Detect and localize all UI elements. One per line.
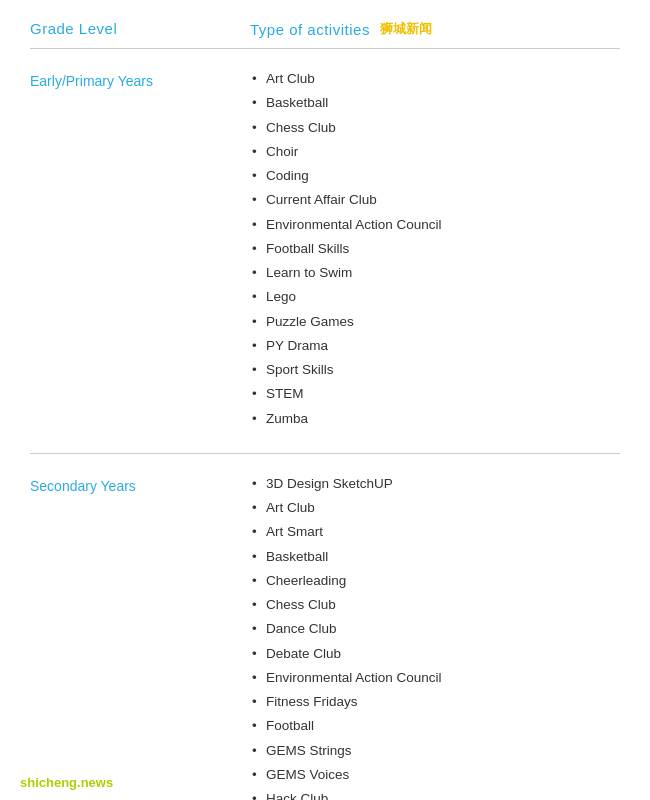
list-item: Art Smart [250, 522, 620, 542]
activities-column: Art ClubBasketballChess ClubChoirCodingC… [250, 69, 620, 433]
list-item: Learn to Swim [250, 263, 620, 283]
activities-list: 3D Design SketchUPArt ClubArt SmartBaske… [250, 474, 620, 800]
rows-container: Early/Primary YearsArt ClubBasketballChe… [30, 49, 620, 800]
main-table: Grade Level Type of activities 狮城新闻 Earl… [0, 0, 650, 800]
list-item: Cheerleading [250, 571, 620, 591]
list-item: 3D Design SketchUP [250, 474, 620, 494]
header-logo: 狮城新闻 [380, 20, 432, 38]
list-item: Chess Club [250, 595, 620, 615]
list-item: Environmental Action Council [250, 668, 620, 688]
list-item: GEMS Voices [250, 765, 620, 785]
list-item: Football [250, 716, 620, 736]
list-item: Environmental Action Council [250, 215, 620, 235]
list-item: Debate Club [250, 644, 620, 664]
table-header: Grade Level Type of activities 狮城新闻 [30, 20, 620, 49]
activities-column-header: Type of activities 狮城新闻 [250, 20, 620, 38]
list-item: Sport Skills [250, 360, 620, 380]
grade-label: Secondary Years [30, 474, 250, 800]
list-item: Lego [250, 287, 620, 307]
activities-column: 3D Design SketchUPArt ClubArt SmartBaske… [250, 474, 620, 800]
list-item: Current Affair Club [250, 190, 620, 210]
list-item: Chess Club [250, 118, 620, 138]
activities-list: Art ClubBasketballChess ClubChoirCodingC… [250, 69, 620, 429]
list-item: Basketball [250, 547, 620, 567]
table-row: Secondary Years3D Design SketchUPArt Clu… [30, 454, 620, 800]
table-row: Early/Primary YearsArt ClubBasketballChe… [30, 49, 620, 454]
list-item: Art Club [250, 69, 620, 89]
grade-label: Early/Primary Years [30, 69, 250, 433]
activities-header-label: Type of activities [250, 21, 370, 38]
list-item: Art Club [250, 498, 620, 518]
list-item: Zumba [250, 409, 620, 429]
list-item: Puzzle Games [250, 312, 620, 332]
list-item: Football Skills [250, 239, 620, 259]
list-item: Hack Club [250, 789, 620, 800]
list-item: Basketball [250, 93, 620, 113]
grade-header-label: Grade Level [30, 20, 117, 37]
list-item: PY Drama [250, 336, 620, 356]
list-item: STEM [250, 384, 620, 404]
list-item: GEMS Strings [250, 741, 620, 761]
list-item: Fitness Fridays [250, 692, 620, 712]
watermark-bottom: shicheng.news [20, 775, 113, 790]
list-item: Dance Club [250, 619, 620, 639]
list-item: Coding [250, 166, 620, 186]
list-item: Choir [250, 142, 620, 162]
grade-column-header: Grade Level [30, 20, 250, 38]
